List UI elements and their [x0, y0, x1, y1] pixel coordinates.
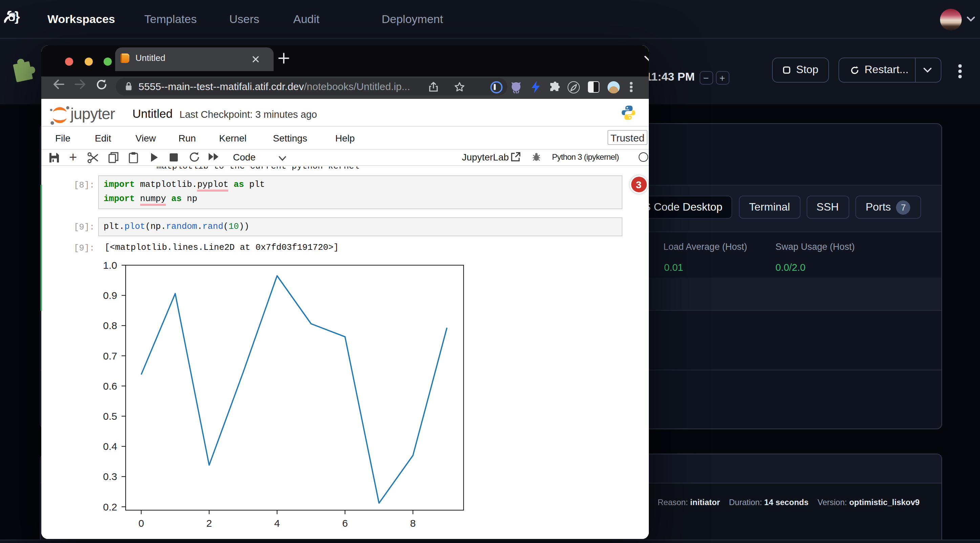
- svg-text:0.8: 0.8: [103, 319, 117, 331]
- svg-text:6: 6: [342, 517, 348, 529]
- svg-text:0.2: 0.2: [103, 501, 117, 512]
- svg-text:0.3: 0.3: [103, 470, 117, 482]
- svg-text:0.4: 0.4: [103, 440, 117, 452]
- svg-text:1.0: 1.0: [103, 261, 117, 270]
- svg-text:0.5: 0.5: [103, 410, 117, 421]
- svg-text:8: 8: [410, 517, 416, 529]
- svg-text:0.6: 0.6: [103, 380, 117, 391]
- svg-text:}: }: [14, 11, 20, 24]
- svg-text:4: 4: [274, 517, 280, 529]
- svg-text:0: 0: [138, 517, 144, 529]
- svg-text:2: 2: [206, 517, 212, 529]
- svg-text:0.9: 0.9: [103, 289, 117, 301]
- svg-text:0.7: 0.7: [103, 350, 117, 361]
